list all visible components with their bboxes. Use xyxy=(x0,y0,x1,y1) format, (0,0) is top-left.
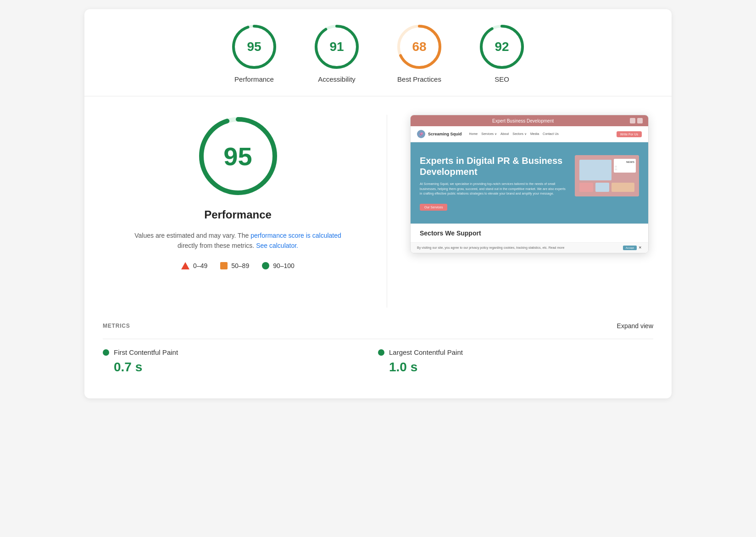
metric-value-lcp: 1.0 s xyxy=(378,360,653,375)
preview-hero: Experts in Digital PR & Business Develop… xyxy=(411,142,648,224)
legend-triangle-icon xyxy=(181,262,189,269)
score-circle-performance: 95 xyxy=(231,24,277,70)
preview-social-icon-2 xyxy=(637,118,643,123)
preview-nav-services: Services ∨ xyxy=(481,132,497,136)
preview-hero-text: Experts in Digital PR & Business Develop… xyxy=(420,155,567,211)
preview-hero-image: NEWS xyxy=(575,155,639,196)
legend-circle-icon xyxy=(262,262,269,269)
preview-cta-button: Write For Us xyxy=(617,131,642,137)
calculator-link[interactable]: See calculator. xyxy=(256,242,298,249)
legend-item-average: 50–89 xyxy=(220,262,249,269)
score-item-seo: 92 SEO xyxy=(479,24,525,83)
score-label-seo: SEO xyxy=(495,75,509,83)
legend-range-average: 50–89 xyxy=(231,262,249,269)
legend-range-poor: 0–49 xyxy=(193,262,207,269)
detail-circle: 95 xyxy=(197,115,279,197)
preview-hero-heading: Experts in Digital PR & Business Develop… xyxy=(420,155,567,177)
preview-topbar-title: Expert Business Development xyxy=(416,118,630,123)
preview-hero-paragraph: At Screaming Squid, we specialise in pro… xyxy=(420,182,567,196)
scores-section: 95 Performance 91 Accessibility 68 xyxy=(84,9,672,96)
score-value-best-practices: 68 xyxy=(412,39,426,54)
score-label-performance: Performance xyxy=(234,75,274,83)
metrics-grid: First Contentful Paint 0.7 s Largest Con… xyxy=(103,339,653,384)
score-label-accessibility: Accessibility xyxy=(318,75,356,83)
preview-cookie-text: By visiting our site, you agree to our p… xyxy=(417,246,564,249)
preview-cookie-bar: By visiting our site, you agree to our p… xyxy=(411,242,648,253)
preview-accept-button: Accept xyxy=(623,246,637,250)
score-value-seo: 92 xyxy=(495,39,509,54)
metric-header-lcp: Largest Contentful Paint xyxy=(378,348,653,356)
detail-score-value: 95 xyxy=(223,141,252,171)
preview-logo-icon: 🦑 xyxy=(417,130,425,138)
metric-name-lcp: Largest Contentful Paint xyxy=(389,348,463,356)
svg-rect-15 xyxy=(615,168,631,170)
metric-value-fcp: 0.7 s xyxy=(103,360,378,375)
preview-logo-text: Screaming Squid xyxy=(428,132,462,136)
svg-rect-14 xyxy=(615,166,635,168)
preview-close-button: ✕ xyxy=(639,246,642,250)
score-value-accessibility: 91 xyxy=(329,39,344,54)
metric-name-fcp: First Contentful Paint xyxy=(114,348,178,356)
svg-rect-18 xyxy=(611,183,634,192)
legend-square-icon xyxy=(220,262,228,269)
main-card: 95 Performance 91 Accessibility 68 xyxy=(84,9,672,398)
preview-hero-button: Our Services xyxy=(420,204,447,211)
preview-social-icon-1 xyxy=(630,118,635,123)
score-value-performance: 95 xyxy=(247,39,261,54)
score-item-accessibility: 91 Accessibility xyxy=(314,24,360,83)
legend-range-good: 90–100 xyxy=(273,262,295,269)
score-circle-seo: 92 xyxy=(479,24,525,70)
svg-rect-12 xyxy=(614,159,636,173)
score-label-best-practices: Best Practices xyxy=(397,75,441,83)
preview-logo: 🦑 Screaming Squid xyxy=(417,130,462,138)
preview-nav-about: About xyxy=(500,132,509,136)
metrics-title: METRICS xyxy=(103,323,130,329)
metric-dot-fcp xyxy=(103,349,109,356)
svg-text:NEWS: NEWS xyxy=(618,162,627,165)
preview-nav: 🦑 Screaming Squid Home Services ∨ About … xyxy=(411,126,648,142)
metric-item-fcp: First Contentful Paint 0.7 s xyxy=(103,339,378,384)
main-content: 95 Performance Values are estimated and … xyxy=(84,96,672,308)
right-panel: Expert Business Development 🦑 Screaming … xyxy=(406,115,653,308)
score-circle-best-practices: 68 xyxy=(396,24,442,70)
preview-nav-links: Home Services ∨ About Sectors ∨ Media Co… xyxy=(469,132,609,136)
preview-topbar: Expert Business Development xyxy=(411,115,648,126)
detail-score-label: Performance xyxy=(204,208,272,221)
metric-item-lcp: Largest Contentful Paint 1.0 s xyxy=(378,339,653,384)
preview-sectors-title: Sectors We Support xyxy=(411,224,648,242)
preview-nav-media: Media xyxy=(530,132,539,136)
svg-rect-11 xyxy=(579,160,611,180)
preview-nav-sectors: Sectors ∨ xyxy=(512,132,527,136)
score-item-performance: 95 Performance xyxy=(231,24,277,83)
preview-nav-home: Home xyxy=(469,132,478,136)
legend-item-poor: 0–49 xyxy=(181,262,207,269)
preview-cookie-buttons: Accept ✕ xyxy=(623,246,642,250)
metric-header-fcp: First Contentful Paint xyxy=(103,348,378,356)
score-item-best-practices: 68 Best Practices xyxy=(396,24,442,83)
performance-score-link[interactable]: performance score is calculated xyxy=(250,232,341,239)
expand-view-button[interactable]: Expand view xyxy=(617,322,653,330)
detail-description: Values are estimated and may vary. The p… xyxy=(128,230,348,251)
legend: 0–49 50–89 90–100 xyxy=(181,262,295,269)
left-panel: 95 Performance Values are estimated and … xyxy=(103,115,387,308)
metrics-section: METRICS Expand view First Contentful Pai… xyxy=(84,308,672,398)
preview-nav-contact: Contact Us xyxy=(543,132,559,136)
score-circle-accessibility: 91 xyxy=(314,24,360,70)
metrics-header: METRICS Expand view xyxy=(103,322,653,330)
metric-dot-lcp xyxy=(378,349,384,356)
svg-rect-17 xyxy=(595,183,609,192)
website-preview: Expert Business Development 🦑 Screaming … xyxy=(410,115,649,253)
svg-rect-16 xyxy=(579,183,593,192)
legend-item-good: 90–100 xyxy=(262,262,295,269)
preview-topbar-icons xyxy=(630,118,643,123)
